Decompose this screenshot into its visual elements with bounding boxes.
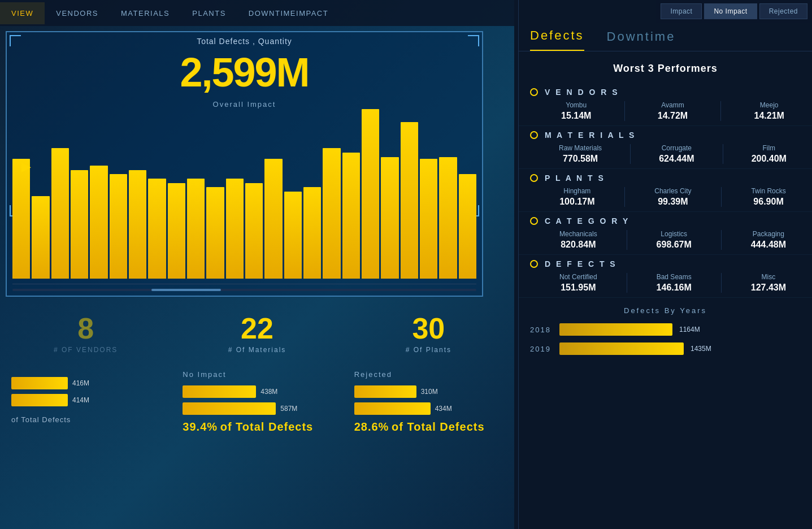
chart-bar <box>303 187 321 279</box>
performer-name-plants-1: Charles City <box>654 187 691 195</box>
performer-value-vendors-0: 15.14M <box>561 111 591 121</box>
stat-materials-label: # Of Materials <box>177 346 337 354</box>
nav-item-plants[interactable]: Plants <box>181 2 237 24</box>
performer-name-defects-1: Bad Seams <box>657 273 692 281</box>
performer-item-materials-2: Film 200.40M <box>752 144 787 164</box>
nav-item-materials[interactable]: Materials <box>110 2 181 24</box>
tab-downtime[interactable]: Downtime <box>607 29 676 51</box>
years-section: Defects By Years 2018 1164M 2019 1435M <box>519 298 812 370</box>
no-impact-pct: 39.4% of Total Defects <box>183 420 331 433</box>
performers-container: V E N D O R S Yombu 15.14M Avamm 14.72M … <box>519 83 812 298</box>
chart-bar <box>264 159 282 279</box>
performer-data-category: Mechanicals 820.84M Logistics 698.67M Pa… <box>530 230 801 250</box>
chart-bar <box>439 157 457 279</box>
chart-next-arrow[interactable]: ▶ <box>21 159 31 174</box>
chart-bar <box>129 170 146 279</box>
rejected-bar-row-2: 434M <box>354 402 503 415</box>
no-impact-label: No Impact <box>183 370 331 379</box>
rejected-button[interactable]: Rejected <box>759 3 807 19</box>
chart-bar <box>401 122 418 279</box>
impact-hbar-label-1: 416M <box>72 379 89 387</box>
no-impact-bar-row-2: 587M <box>183 402 331 415</box>
section-title-vendors: V E N D O R S <box>545 88 619 97</box>
impact-hbar-label-2: 414M <box>72 396 89 404</box>
performer-item-category-2: Packaging 444.48M <box>751 230 786 250</box>
rejected-pct: 28.6% of Total Defects <box>354 420 503 433</box>
stats-row: 8 # OF VENDORS 22 # Of Materials 30 # Of… <box>0 302 514 365</box>
no-impact-pct-value: 39.4% <box>183 420 218 433</box>
year-bar-2018 <box>559 323 672 336</box>
nav-item-downtime[interactable]: DowntimeImpact <box>237 2 340 24</box>
chart-bar <box>206 187 224 279</box>
chart-scrollbar-thumb[interactable] <box>151 289 221 291</box>
performer-divider <box>723 144 723 164</box>
performer-name-defects-2: Misc <box>751 273 786 281</box>
impact-hbar-1 <box>11 377 68 389</box>
performer-value-vendors-2: 14.21M <box>754 111 784 121</box>
impact-button[interactable]: Impact <box>661 3 702 19</box>
performer-section-category: C A T E G O R Y Mechanicals 820.84M Logi… <box>519 212 812 255</box>
performer-value-defects-0: 151.95M <box>559 283 597 293</box>
chart-bar <box>71 170 88 279</box>
nav-item-vendors[interactable]: Vendors <box>45 2 110 24</box>
stat-materials: 22 # Of Materials <box>171 302 342 365</box>
section-title-plants: P L A N T S <box>545 174 605 183</box>
stat-plants-number: 30 <box>349 314 509 343</box>
performer-data-plants: Hingham 100.17M Charles City 99.39M Twin… <box>530 187 801 207</box>
impact-hbar-2 <box>11 394 68 406</box>
stat-plants: 30 # Of Plants <box>343 302 514 365</box>
corner-tl <box>10 35 21 46</box>
rejected-pct-value: 28.6% <box>354 420 389 433</box>
performer-divider <box>627 230 627 250</box>
chart-bar <box>284 192 302 279</box>
chart-bar <box>187 179 205 279</box>
year-value-2019: 1435M <box>691 345 711 353</box>
section-title-materials: M A T E R I A L S <box>545 131 636 140</box>
chart-bar <box>342 153 360 279</box>
performer-value-plants-1: 99.39M <box>654 197 691 207</box>
performer-value-vendors-1: 14.72M <box>658 111 688 121</box>
year-row-2019: 2019 1435M <box>530 342 801 355</box>
chart-scrollbar[interactable] <box>12 289 476 291</box>
performer-item-vendors-1: Avamm 14.72M <box>658 101 688 121</box>
corner-tr <box>468 35 479 46</box>
main-chart: Total Defects , Quantity 2,599M Overall … <box>6 31 483 297</box>
years-title: Defects By Years <box>530 306 801 315</box>
performer-divider <box>627 273 627 293</box>
no-impact-button[interactable]: No Impact <box>704 3 757 19</box>
year-bar-2019 <box>559 342 684 355</box>
no-impact-bar-row-1: 438M <box>183 385 331 398</box>
performer-item-materials-0: Raw Materials 770.58M <box>559 144 602 164</box>
rejected-hbar-label-2: 434M <box>435 405 452 413</box>
chart-bar <box>51 148 69 279</box>
stat-vendors-label: # OF VENDORS <box>6 346 166 354</box>
performer-data-defects: Not Certified 151.95M Bad Seams 146.16M … <box>530 273 801 293</box>
impact-bar-row-1: 416M <box>11 377 160 389</box>
nav-item-view[interactable]: View <box>0 2 45 24</box>
year-row-2018: 2018 1164M <box>530 323 801 336</box>
performer-divider <box>721 273 722 293</box>
performer-item-plants-1: Charles City 99.39M <box>654 187 691 207</box>
performer-item-plants-0: Hingham 100.17M <box>559 187 594 207</box>
performer-name-vendors-1: Avamm <box>658 101 688 109</box>
chart-bar <box>362 109 379 279</box>
chart-bar <box>381 157 398 279</box>
performer-section-vendors: V E N D O R S Yombu 15.14M Avamm 14.72M … <box>519 83 812 126</box>
year-label-2018: 2018 <box>530 326 553 334</box>
no-impact-hbar-label-2: 587M <box>280 405 297 413</box>
performer-item-vendors-2: Meejo 14.21M <box>754 101 784 121</box>
no-impact-hbar-1 <box>183 385 256 398</box>
performer-value-plants-0: 100.17M <box>559 197 594 207</box>
performer-section-defects: D E F E C T S Not Certified 151.95M Bad … <box>519 255 812 298</box>
performer-value-materials-1: 624.44M <box>659 154 694 164</box>
no-impact-pct-label: of Total Defects <box>220 420 314 433</box>
chart-bar <box>110 174 127 279</box>
chart-total-value: 2,599M <box>180 49 309 96</box>
rejected-hbar-1 <box>354 385 416 398</box>
performer-value-defects-2: 127.43M <box>751 283 786 293</box>
impact-section-left: 416M 414M of Total Defects <box>0 365 171 439</box>
performer-value-materials-0: 770.58M <box>559 154 602 164</box>
chart-bar <box>323 148 340 279</box>
tab-defects[interactable]: Defects <box>530 28 584 51</box>
performer-name-category-2: Packaging <box>751 230 786 238</box>
